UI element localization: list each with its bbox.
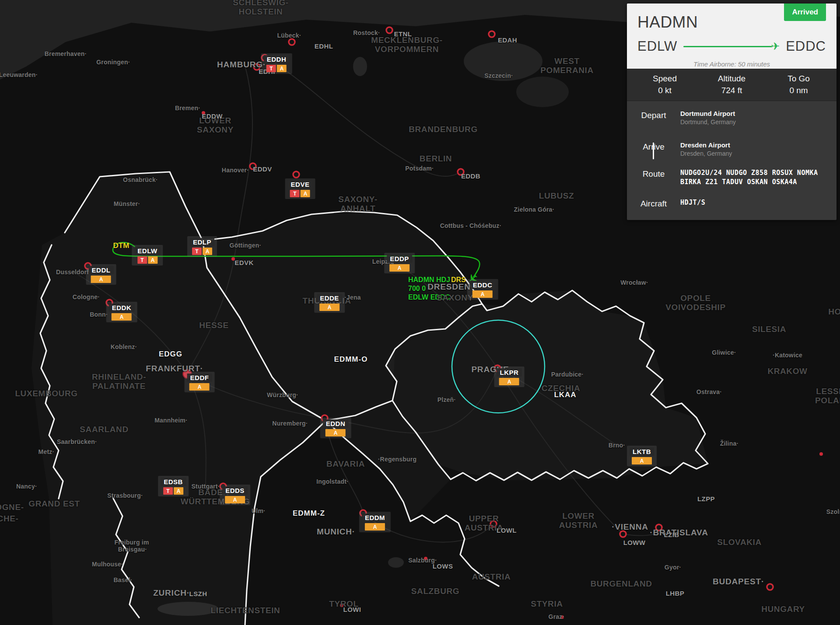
flight-stats-bar: Speed 0 kt Altitude 724 ft To Go 0 nm <box>627 69 836 101</box>
airport-marker[interactable] <box>490 521 497 527</box>
airport-edlw[interactable]: EDLWTA <box>132 245 163 265</box>
depart-airport-location: Dortmund, Germany <box>680 119 824 126</box>
airport-edde[interactable]: EDDEA <box>314 292 345 313</box>
airport-marker[interactable] <box>293 171 299 178</box>
approach-badge[interactable]: A <box>91 276 111 283</box>
stat-altitude: Altitude 724 ft <box>698 74 765 95</box>
airport-marker[interactable] <box>458 169 464 175</box>
stat-togo: To Go 0 nm <box>765 74 832 95</box>
tower-badge[interactable]: T <box>163 487 173 495</box>
depart-row: Depart Dortmund Airport Dortmund, German… <box>627 110 836 126</box>
lagoon-shape <box>464 42 542 81</box>
tower-badge[interactable]: T <box>137 256 147 264</box>
controller-badges: A <box>499 378 519 385</box>
tower-badge[interactable]: T <box>290 190 300 197</box>
approach-badge[interactable]: A <box>389 264 410 272</box>
airport-code: EDLW <box>134 247 160 255</box>
approach-badge[interactable]: A <box>632 457 652 464</box>
route-progress-line: ✈ <box>683 41 780 52</box>
lagoon-shape <box>516 77 569 107</box>
depart-airport-name: Dortmund Airport <box>680 110 824 117</box>
approach-badge[interactable]: A <box>365 523 385 531</box>
approach-badge[interactable]: A <box>174 487 183 495</box>
controller-badges: A <box>365 523 385 531</box>
airport-marker[interactable] <box>254 64 260 70</box>
airport-code: LKTB <box>630 447 654 456</box>
airport-code: EDVE <box>288 180 313 189</box>
airport-marker[interactable] <box>620 531 626 537</box>
airport-code: EDSB <box>161 478 186 486</box>
tower-badge[interactable]: T <box>266 65 276 72</box>
approach-badge[interactable]: A <box>203 248 212 255</box>
controller-badges: A <box>389 264 410 272</box>
lake-shape <box>353 57 367 76</box>
plane-icon: ✈ <box>771 41 780 52</box>
approach-badge[interactable]: A <box>319 304 340 311</box>
controller-badges: A <box>319 304 340 311</box>
controller-badges: A <box>91 276 111 283</box>
stat-speed: Speed 0 kt <box>631 74 698 95</box>
flight-label-line3: EDLW EDDC <box>408 293 466 302</box>
controller-badges: A <box>632 457 652 464</box>
lake-shape <box>388 557 404 568</box>
approach-badge[interactable]: A <box>499 378 519 385</box>
airport-code: EDDN <box>323 419 349 428</box>
airport-lktb[interactable]: LKTBA <box>627 446 657 466</box>
flight-map-label[interactable]: HADMN HDJDRS 700 0 EDLW EDDC <box>408 276 466 302</box>
togo-value: 0 nm <box>765 86 832 95</box>
route-string: NUDGO2U/24 NUDGO Z858 ROSUX NOMKA BIRKA … <box>680 168 836 187</box>
airport-eddk[interactable]: EDDKA <box>106 302 137 322</box>
tower-badge[interactable]: T <box>192 248 202 255</box>
approach-badge[interactable]: A <box>189 383 210 391</box>
approach-badge[interactable]: A <box>326 429 346 436</box>
airport-marker[interactable] <box>819 452 823 456</box>
approach-badge[interactable]: A <box>148 256 158 264</box>
approach-badge[interactable]: A <box>112 313 132 321</box>
airport-code: EDLP <box>190 238 214 246</box>
approach-badge[interactable]: A <box>472 290 493 298</box>
approach-badge[interactable]: A <box>301 190 310 197</box>
airport-eddl[interactable]: EDDLA <box>86 264 116 285</box>
controller-badges: A <box>112 313 132 321</box>
depart-arrive-connector <box>653 143 654 159</box>
airport-eddp[interactable]: EDDPA <box>384 253 415 273</box>
airport-marker[interactable] <box>560 615 564 619</box>
airport-marker[interactable] <box>250 163 256 169</box>
airport-marker[interactable] <box>231 257 235 261</box>
airport-marker[interactable] <box>489 31 495 37</box>
status-badge: Arrived <box>784 3 826 21</box>
airport-marker[interactable] <box>289 39 295 45</box>
aircraft-type: HDJT/S <box>680 198 836 209</box>
airport-code: EDDM <box>362 513 388 522</box>
flight-details: Depart Dortmund Airport Dortmund, German… <box>627 101 836 220</box>
airport-marker[interactable] <box>340 604 343 607</box>
airport-eddm[interactable]: EDDMA <box>359 512 391 532</box>
arrive-row: Arrive Dresden Airport Dresden, Germany <box>627 141 836 157</box>
airport-eddh[interactable]: EDDHTA <box>261 53 292 74</box>
airport-edlp[interactable]: EDLPTA <box>187 236 217 257</box>
airport-marker[interactable] <box>386 27 392 33</box>
airport-code: EDDH <box>264 55 290 63</box>
controller-badges: A <box>326 429 346 436</box>
approach-badge[interactable]: A <box>225 496 245 503</box>
airport-marker[interactable] <box>767 584 773 590</box>
airport-edsb[interactable]: EDSBTA <box>158 476 189 496</box>
airport-edve[interactable]: EDVETA <box>285 178 315 199</box>
controller-badges: A <box>472 290 493 298</box>
airport-eddn[interactable]: EDDNA <box>320 418 351 438</box>
airport-code: EDDE <box>317 294 342 302</box>
airport-eddf[interactable]: EDDFA <box>185 372 215 392</box>
airport-eddc[interactable]: EDDCA <box>467 279 498 300</box>
airport-marker[interactable] <box>202 111 205 115</box>
airport-edds[interactable]: EDDSA <box>220 485 250 505</box>
approach-badge[interactable]: A <box>277 65 287 72</box>
airport-lkpr[interactable]: LKPRA <box>494 367 525 387</box>
flight-tracker-screen: ✈ HADMN HDJDRS 700 0 EDLW EDDC SCHLESWIG… <box>0 0 840 625</box>
arrive-airport-name: Dresden Airport <box>680 141 824 149</box>
arrival-code: EDDC <box>786 38 826 54</box>
airport-code: EDDF <box>187 374 212 382</box>
airport-marker[interactable] <box>656 524 662 531</box>
flight-label-line2: 700 0 <box>408 284 466 293</box>
controller-badges: TA <box>192 248 212 255</box>
airport-marker[interactable] <box>424 557 427 560</box>
